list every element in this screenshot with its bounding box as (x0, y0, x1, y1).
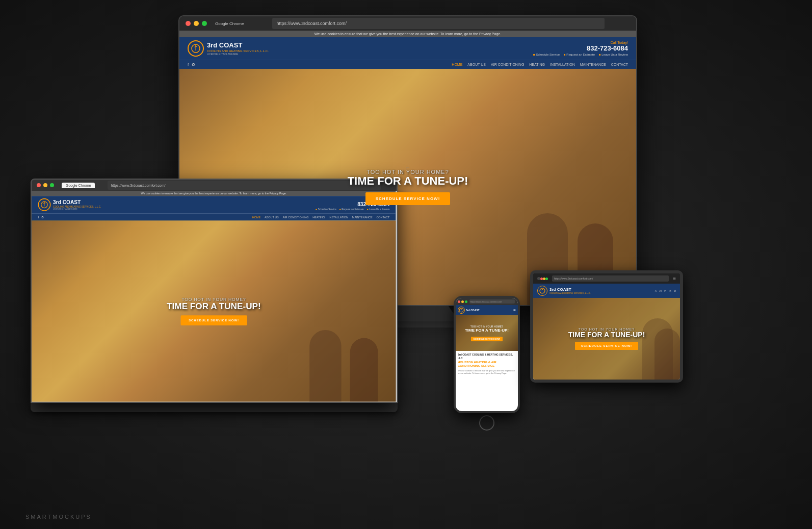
laptop-nav-heating[interactable]: HEATING (312, 216, 325, 218)
phone-cta-btn[interactable]: SCHEDULE SERVICE NOW! (471, 337, 503, 341)
laptop-maximize-btn[interactable] (50, 183, 54, 187)
tablet-max-btn[interactable] (545, 278, 548, 280)
laptop-logo-text-area: 3rd COAST COOLING AND HEATING SERVICES, … (53, 199, 101, 211)
laptop-logo-name: 3rd COAST (53, 199, 101, 206)
monitor-browser-bar: Google Chrome https://www.3rdcoast.comfo… (179, 16, 636, 31)
tablet-url-text: https://www.3rdcoast.comfort.com/ (554, 277, 593, 280)
nav-home[interactable]: HOME (452, 63, 462, 66)
nav-ac[interactable]: AIR CONDITIONING (491, 63, 524, 66)
phone-min-btn[interactable] (461, 300, 464, 303)
laptop-header-links: Schedule Service Request an Estimate Lea… (316, 208, 389, 211)
phone-number[interactable]: 832-723-6084 (533, 44, 628, 52)
tablet-hero: TOO HOT IN YOUR HOME? TIME FOR A TUNE-UP… (533, 298, 680, 380)
phone-address-bar[interactable]: https://www.3rdcoast.comfort.com/ (469, 299, 515, 304)
tablet-nav-ac[interactable]: AI (659, 289, 662, 292)
phone-hero: TOO HOT IN YOUR HOME? TIME FOR A TUNE-UP… (456, 315, 518, 351)
laptop-nav-contact[interactable]: CONTACT (376, 216, 389, 218)
laptop-hero-main: TIME FOR A TUNE-UP! (167, 302, 261, 312)
laptop-estimate-link[interactable]: Request an Estimate (339, 208, 364, 211)
laptop-browser-bar: Google Chrome https://www.3rdcoast.comfo… (32, 180, 397, 191)
nav-about[interactable]: ABOUT US (467, 63, 486, 66)
tablet-menu-icon[interactable]: ≡ (673, 276, 676, 282)
monitor-url: https://www.3rdcoast.comfort.com/ (276, 21, 347, 26)
social-links: f ✿ (188, 62, 195, 67)
phone-frame: https://www.3rdcoast.comfort.com/ 3rd CO… (454, 296, 520, 413)
laptop-browser-tab[interactable]: Google Chrome (62, 183, 95, 188)
phone-content-area: 3rd COAST COOLING & HEATING SERVICES, LL… (456, 351, 518, 376)
phone-close-btn[interactable] (458, 300, 460, 303)
tablet-frame: https://www.3rdcoast.comfort.com/ ≡ 3rd … (530, 270, 683, 383)
tablet-address-bar[interactable]: https://www.3rdcoast.comfort.com/ (552, 275, 669, 282)
browser-close-btn[interactable] (186, 21, 191, 26)
logo-license: LICENSE #: TACLB91499E (207, 53, 269, 56)
laptop-nav-maintenance[interactable]: MAINTENANCE (352, 216, 373, 218)
tablet-device: https://www.3rdcoast.comfort.com/ ≡ 3rd … (530, 270, 683, 383)
nav-links-container: HOME ABOUT US AIR CONDITIONING HEATING I… (452, 63, 628, 66)
tablet-site-header: 3rd COAST COOLING AND HEATING SERVICES, … (533, 284, 680, 298)
laptop-minimize-btn[interactable] (43, 183, 47, 187)
tablet-nav-about[interactable]: A (655, 289, 657, 292)
cookie-bar[interactable]: We use cookies to ensure that we give yo… (179, 31, 636, 37)
phone-logo-icon (458, 307, 465, 314)
phone-site-header: 3rd COAST ≡ (456, 305, 518, 315)
main-nav: f ✿ HOME ABOUT US AIR CONDITIONING HEATI… (179, 60, 636, 69)
laptop-person-2 (350, 338, 378, 402)
leave-review-link[interactable]: Leave Us a Review (599, 53, 628, 56)
monitor-address-bar[interactable]: https://www.3rdcoast.comfort.com/ (272, 18, 605, 29)
hero-title: TIME FOR A TUNE-UP! (348, 175, 468, 187)
tablet-website-content: 3rd COAST COOLING AND HEATING SERVICES, … (533, 284, 680, 380)
laptop-cta-btn[interactable]: SCHEDULE SERVICE NOW! (180, 315, 247, 325)
tablet-cta-btn[interactable]: SCHEDULE SERVICE NOW! (575, 342, 638, 350)
nav-heating[interactable]: HEATING (529, 63, 545, 66)
laptop-nav-ac[interactable]: AIR CONDITIONING (283, 216, 309, 218)
tablet-nav-heat[interactable]: H (664, 289, 666, 292)
laptop-schedule-link[interactable]: Schedule Service (316, 208, 336, 211)
phone-url: https://www.3rdcoast.comfort.com/ (470, 300, 502, 303)
phone-max-btn[interactable] (465, 300, 467, 303)
logo-name: 3rd COAST (207, 41, 269, 49)
tablet-logo-sub: COOLING AND HEATING SERVICES, L.L.C. (549, 292, 591, 294)
laptop-nav-installation[interactable]: INSTALLATION (329, 216, 348, 218)
yelp-icon[interactable]: ✿ (192, 62, 195, 67)
laptop-address-bar[interactable]: https://www.3rdcoast.comfort.com/ (108, 181, 381, 190)
nav-installation[interactable]: INSTALLATION (550, 63, 575, 66)
tablet-nav-inst[interactable]: In (669, 289, 671, 292)
phone-menu-icon[interactable]: ≡ (513, 308, 516, 313)
browser-maximize-btn[interactable] (202, 21, 207, 26)
laptop-hero: TOO HOT IN YOUR HOME? TIME FOR A TUNE-UP… (32, 221, 396, 402)
laptop-bottom-bar: MacBook (32, 402, 397, 403)
laptop-yelp-icon[interactable]: ✿ (41, 215, 44, 219)
logo-sub: COOLING AND HEATING SERVICES, L.L.C. (207, 49, 269, 53)
facebook-icon[interactable]: f (188, 62, 189, 67)
laptop-facebook-icon[interactable]: f (38, 215, 39, 219)
laptop-nav-about[interactable]: ABOUT US (265, 216, 279, 218)
laptop-nav-home[interactable]: HOME (252, 216, 260, 218)
cta-button[interactable]: SCHEDULE SERVICE NOW! (365, 192, 451, 205)
phone-logo-text: 3rd COAST (466, 309, 480, 312)
phone-company-name: 3rd COAST COOLING & HEATING SERVICES, LL… (458, 353, 516, 360)
phone-logo: 3rd COAST (458, 307, 480, 314)
laptop-website-content: We use cookies to ensure that we give yo… (32, 191, 397, 402)
tablet-browser-bar: https://www.3rdcoast.comfort.com/ ≡ (533, 273, 680, 284)
browser-minimize-btn[interactable] (194, 21, 199, 26)
site-header: 3rd COAST COOLING AND HEATING SERVICES, … (179, 37, 636, 60)
phone-device: https://www.3rdcoast.comfort.com/ 3rd CO… (454, 296, 520, 433)
schedule-service-link[interactable]: Schedule Service (533, 53, 560, 56)
nav-contact[interactable]: CONTACT (611, 63, 628, 66)
laptop-site-header: 3rd COAST COOLING AND HEATING SERVICES, … (32, 196, 396, 213)
phone-home-button[interactable] (479, 415, 494, 431)
tablet-site: 3rd COAST COOLING AND HEATING SERVICES, … (533, 284, 680, 380)
tablet-contact: A AI H In M (655, 289, 676, 292)
laptop-close-btn[interactable] (37, 183, 41, 187)
laptop-nav-links: HOME ABOUT US AIR CONDITIONING HEATING I… (252, 216, 390, 218)
phone-hero-main: TIME FOR A TUNE-UP! (465, 328, 509, 333)
page-root: { "background": { "color": "#1a1a1a" }, … (0, 0, 812, 529)
request-estimate-link[interactable]: Request an Estimate (564, 53, 595, 56)
tablet-nav-maint[interactable]: M (674, 289, 676, 292)
laptop-review-link[interactable]: Leave Us a Review (367, 208, 389, 211)
laptop-cookie-bar[interactable]: We use cookies to ensure that we give yo… (32, 191, 396, 196)
tablet-hero-main: TIME FOR A TUNE-UP! (568, 331, 645, 339)
nav-maintenance[interactable]: MAINTENANCE (580, 63, 606, 66)
tablet-person-2 (654, 329, 680, 380)
logo-icon (188, 40, 204, 57)
